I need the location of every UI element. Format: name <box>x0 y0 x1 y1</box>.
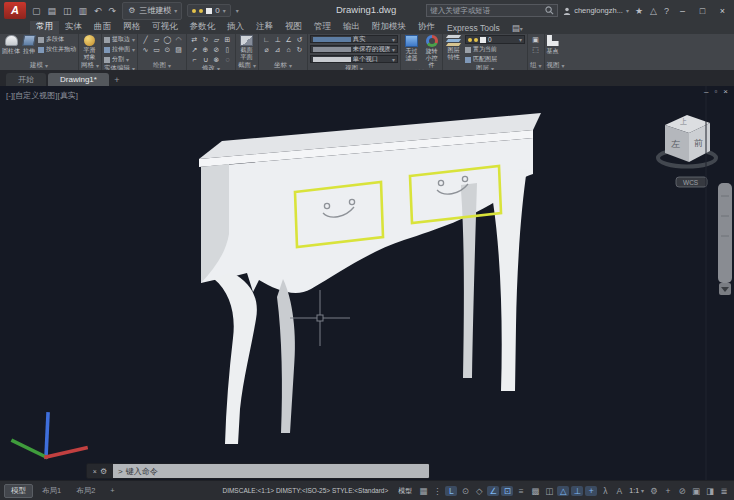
open-file-icon[interactable]: ▤ <box>47 4 58 18</box>
panel-label-selection[interactable]: 选择 <box>403 69 440 70</box>
tab-solid[interactable]: 实体 <box>59 20 88 34</box>
panel-label-view-extra[interactable]: 视图▾ <box>547 60 565 70</box>
table-3d-model[interactable] <box>199 113 541 444</box>
viewport-controls-menu[interactable]: [-][自定义视图][真实] <box>6 90 78 101</box>
hatch-icon[interactable]: ▨ <box>173 45 184 54</box>
extrude-faces-button[interactable]: 拉伸面▾ <box>104 45 135 54</box>
layout1-tab[interactable]: 布局1 <box>36 485 67 497</box>
stay-connected-icon[interactable]: △ <box>649 4 658 18</box>
explode-icon[interactable]: ◌ <box>222 55 233 64</box>
offset-icon[interactable]: ⌐ <box>189 55 200 64</box>
command-input[interactable]: > 键入命令 <box>113 464 429 478</box>
start-tab[interactable]: 开始 <box>6 73 46 86</box>
line-icon[interactable]: ╱ <box>140 35 151 44</box>
ucs-z-icon[interactable]: ∠ <box>283 35 294 44</box>
tab-home[interactable]: 常用 <box>30 20 59 34</box>
drawing-viewport[interactable]: 上 左 前 WCS [-][自定义视图][真实] – ▫ <box>0 86 734 480</box>
viewport-restore-button[interactable]: ▫ <box>714 87 717 96</box>
ucs-world-icon[interactable]: ∟ <box>261 35 272 44</box>
workspace-switcher[interactable]: ⚙ 三维建模 ▾ <box>122 2 182 20</box>
undo-icon[interactable]: ↶ <box>93 4 103 18</box>
arc-icon[interactable]: ◠ <box>173 35 184 44</box>
tab-output[interactable]: 输出 <box>337 20 366 34</box>
ucs-origin-icon[interactable]: ⌀ <box>261 45 272 54</box>
layer-dropdown[interactable]: 0 ▾ <box>465 35 525 44</box>
qat-customize-icon[interactable]: ▾ <box>236 7 239 14</box>
viewcube-front-face[interactable]: 前 <box>694 138 703 148</box>
model-space-indicator[interactable]: 模型 <box>395 486 415 496</box>
new-layout-button[interactable]: + <box>104 485 120 496</box>
window-maximize-button[interactable]: □ <box>695 6 710 16</box>
qat-layer-dropdown[interactable]: 0 ▾ <box>187 4 230 17</box>
isolate-objects-icon[interactable]: ⊘ <box>676 486 688 496</box>
save-icon[interactable]: ◫ <box>62 4 73 18</box>
help-button[interactable]: ? <box>663 4 670 18</box>
tab-visualize[interactable]: 可视化 <box>146 20 184 34</box>
mirror-icon[interactable]: ↗ <box>189 45 200 54</box>
signin-account-button[interactable]: chenglongzh... ▾ <box>563 6 629 15</box>
plot-icon[interactable]: ▥ <box>78 4 89 18</box>
panel-label-layers[interactable]: 图层▾ <box>445 64 525 70</box>
selection-cycling-icon[interactable]: ◫ <box>543 486 555 496</box>
viewport-minimize-button[interactable]: – <box>704 87 708 96</box>
polyline-icon[interactable]: ▱ <box>151 35 162 44</box>
panel-label-groups[interactable]: 组▾ <box>530 60 542 70</box>
tab-annotate[interactable]: 注释 <box>250 20 279 34</box>
union-icon[interactable]: ∪ <box>200 55 211 64</box>
circle-icon[interactable]: ◯ <box>162 35 173 44</box>
annotation-autoscale-icon[interactable]: A <box>613 486 625 496</box>
rotate-gizmo-button[interactable]: 旋转小控件 <box>423 35 440 69</box>
point-icon[interactable]: ⊙ <box>162 45 173 54</box>
app-store-icon[interactable]: ★ <box>634 4 644 18</box>
tab-surface[interactable]: 曲面 <box>88 20 117 34</box>
group-icon[interactable]: ▣ <box>530 35 541 44</box>
new-drawing-tab-button[interactable]: + <box>111 74 123 86</box>
panel-label-view[interactable]: 视图▾ <box>310 64 398 70</box>
cylinder-button[interactable]: 圆柱体 <box>2 35 20 56</box>
move-icon[interactable]: ⇄ <box>189 35 200 44</box>
ucs-previous-icon[interactable]: ↺ <box>294 35 305 44</box>
window-close-button[interactable]: × <box>715 6 730 16</box>
panel-label-coordinates[interactable]: 坐标▾ <box>261 60 305 70</box>
viewcube-left-face[interactable]: 左 <box>671 139 680 149</box>
section-plane-button[interactable]: 截面平面 <box>238 35 255 61</box>
panel-label-modify[interactable]: 修改▾ <box>189 64 233 70</box>
extract-edges-button[interactable]: 提取边▾ <box>104 35 135 44</box>
table-leg-front-right[interactable] <box>493 169 527 391</box>
table-leg-back-right[interactable] <box>461 183 477 378</box>
rectangle-icon[interactable]: ▭ <box>151 45 162 54</box>
grid-icon[interactable]: ▦ <box>417 486 429 496</box>
fillet-icon[interactable]: ⊕ <box>200 45 211 54</box>
osnap-3d-icon[interactable]: △ <box>557 486 569 496</box>
tab-parametric[interactable]: 参数化 <box>184 20 222 34</box>
command-line[interactable]: × ⚙ > 键入命令 <box>86 463 430 479</box>
visual-style-dropdown[interactable]: 真实▾ <box>310 35 398 43</box>
panel-label-draw[interactable]: 绘图▾ <box>140 60 184 70</box>
ortho-icon[interactable]: L <box>445 486 457 496</box>
redo-icon[interactable]: ↷ <box>108 4 118 18</box>
drawing-tab[interactable]: Drawing1* <box>48 73 109 86</box>
osnap-2d-icon[interactable]: ⊡ <box>501 486 513 496</box>
separate-button[interactable]: 分割▾ <box>104 55 135 64</box>
clean-screen-icon[interactable]: ◨ <box>704 486 716 496</box>
layer-properties-button[interactable]: 图层特性 <box>445 35 462 61</box>
ucs-object-icon[interactable]: ↻ <box>294 45 305 54</box>
tab-view[interactable]: 视图 <box>279 20 308 34</box>
panel-label-section[interactable]: 截面▾ <box>238 61 256 70</box>
dynamic-ucs-icon[interactable]: ⊥ <box>571 486 583 496</box>
workspace-gear-icon[interactable]: ⚙ <box>648 486 660 496</box>
match-layer-button[interactable]: 匹配图层 <box>465 55 525 64</box>
scale-icon[interactable]: ▯ <box>222 45 233 54</box>
ucs-face-icon[interactable]: ⊿ <box>272 45 283 54</box>
named-views-dropdown[interactable]: 未保存的视图▾ <box>310 45 398 53</box>
tab-insert[interactable]: 插入 <box>221 20 250 34</box>
polar-tracking-icon[interactable]: ⊙ <box>459 486 471 496</box>
array-icon[interactable]: ⊞ <box>222 35 233 44</box>
otrack-icon[interactable]: ∠ <box>487 486 499 496</box>
panel-label-solid-editing[interactable]: 实体编辑▾ <box>104 64 135 70</box>
window-minimize-button[interactable]: – <box>675 6 690 16</box>
isodraft-icon[interactable]: ◇ <box>473 486 485 496</box>
wcs-dropdown-button[interactable]: WCS <box>676 177 707 187</box>
tab-collaborate[interactable]: 协作 <box>412 20 441 34</box>
table-leg-back-left[interactable] <box>277 279 295 433</box>
